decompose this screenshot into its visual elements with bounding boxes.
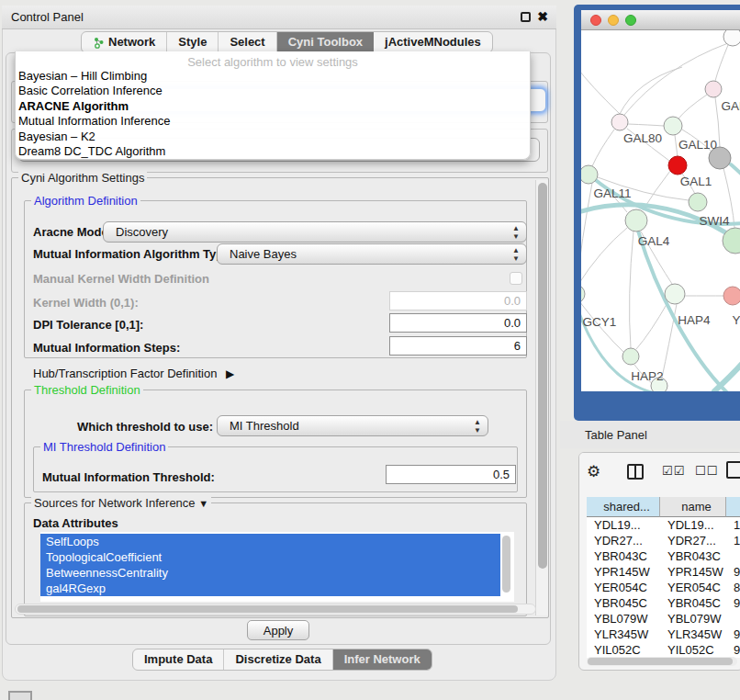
column-header[interactable]: shared... xyxy=(587,497,660,517)
node[interactable] xyxy=(622,348,639,365)
chevron-right-icon: ▶ xyxy=(226,367,234,380)
network-window-titlebar[interactable] xyxy=(581,10,740,30)
cell: YBL079W xyxy=(587,611,660,627)
minimized-panel-icon[interactable] xyxy=(8,691,32,700)
node-label: GAL1 xyxy=(680,175,712,188)
mi-steps-field[interactable]: 6 xyxy=(389,336,527,356)
new-table-icon[interactable] xyxy=(726,461,740,479)
network-canvas[interactable]: GAL GAL80 GAL10 GAL1 GAL11 SWI4 GAL4 GCY… xyxy=(581,30,740,391)
node[interactable] xyxy=(611,114,628,130)
table-row[interactable]: YPR145W YPR145W 9. xyxy=(587,564,740,580)
scrollbar-thumb[interactable] xyxy=(538,183,547,569)
scrollbar-thumb[interactable] xyxy=(502,536,510,593)
cell: YLR345W xyxy=(587,627,660,642)
popup-item[interactable]: Dream8 DC_TDC Algorithm xyxy=(16,144,530,159)
mac-zoom-icon[interactable] xyxy=(625,15,636,26)
cyni-bottom-tabs: Impute Data Discretize Data Infer Networ… xyxy=(132,649,432,671)
node[interactable] xyxy=(581,285,585,303)
deselect-all-checkboxes-icon[interactable]: ☐☐ xyxy=(695,464,718,478)
table-header-row: shared... name A xyxy=(587,497,740,517)
popup-item[interactable]: Bayesian – Hill Climbing xyxy=(16,69,530,84)
popup-item-selected[interactable]: ARACNE Algorithm xyxy=(16,99,530,114)
cell: YBR043C xyxy=(587,548,660,564)
kernel-width-field[interactable]: 0.0 xyxy=(389,291,527,310)
node[interactable] xyxy=(665,284,685,304)
node-label: GAL xyxy=(721,99,740,113)
dpi-tolerance-field[interactable]: 0.0 xyxy=(389,313,527,333)
popup-item[interactable]: Basic Correlation Inference xyxy=(16,84,530,98)
tab-jactivemnodules[interactable]: jActiveMNodules xyxy=(374,32,492,52)
attribute-item-selected[interactable]: BetweennessCentrality xyxy=(40,565,500,581)
popup-item[interactable]: Bayesian – K2 xyxy=(16,130,530,144)
mi-type-combobox[interactable]: Naive Bayes ▲▼ xyxy=(217,243,527,265)
screen: Control Panel ✖ Network Style Select Cyn… xyxy=(0,0,740,700)
cell: YDL19... xyxy=(660,517,726,533)
mi-threshold-title: MI Threshold Definition xyxy=(40,440,168,454)
table-row[interactable]: YBL079W YBL079W xyxy=(587,611,740,627)
node-selected-red[interactable] xyxy=(668,156,687,175)
table-row[interactable]: YLR345W YLR345W 9. xyxy=(587,627,740,642)
manual-kernel-checkbox[interactable] xyxy=(510,272,522,285)
table-row[interactable]: YDR27... YDR27... 12 xyxy=(587,533,740,548)
mi-type-label: Mutual Information Algorithm Type: xyxy=(33,247,234,261)
settings-horizontal-scrollbar[interactable] xyxy=(15,604,536,615)
tab-impute-data[interactable]: Impute Data xyxy=(133,649,224,670)
which-threshold-combobox[interactable]: MI Threshold ▲▼ xyxy=(217,415,488,436)
tab-cyni-toolbox[interactable]: Cyni Toolbox xyxy=(277,32,374,52)
combo-value: Discovery xyxy=(116,225,168,239)
manual-kernel-label: Manual Kernel Width Definition xyxy=(33,272,209,286)
tab-label: Select xyxy=(230,32,264,52)
float-window-icon[interactable] xyxy=(521,12,531,22)
popup-item[interactable]: Mutual Information Inference xyxy=(16,114,530,129)
node-label: SWI4 xyxy=(699,214,729,228)
close-icon[interactable]: ✖ xyxy=(537,9,548,24)
scrollbar-thumb[interactable] xyxy=(588,658,733,665)
table-row[interactable]: YER054C YER054C 8. xyxy=(587,580,740,595)
attributes-scrollbar[interactable] xyxy=(501,534,511,600)
node[interactable] xyxy=(581,165,598,184)
table-horizontal-scrollbar[interactable] xyxy=(587,657,737,666)
tab-style[interactable]: Style xyxy=(167,32,219,52)
split-columns-icon[interactable] xyxy=(627,464,644,480)
tab-label: Infer Network xyxy=(344,649,420,670)
attribute-item-selected[interactable]: SelfLoops xyxy=(40,534,500,549)
node[interactable] xyxy=(723,30,740,46)
settings-vertical-scrollbar[interactable] xyxy=(535,180,548,615)
tab-label: Impute Data xyxy=(144,649,212,670)
scrollbar-thumb[interactable] xyxy=(17,605,518,613)
tab-select[interactable]: Select xyxy=(219,32,276,52)
cell: 9. xyxy=(726,627,740,642)
attribute-item-selected[interactable]: gal4RGexp xyxy=(40,581,500,596)
tab-label: Cyni Toolbox xyxy=(288,32,363,52)
stepper-icon: ▲▼ xyxy=(512,246,520,263)
node[interactable] xyxy=(625,209,647,231)
gear-icon[interactable]: ⚙ xyxy=(587,462,600,481)
table-row[interactable]: YDL19... YDL19... 13 xyxy=(587,517,740,533)
mac-close-icon[interactable] xyxy=(590,15,601,26)
tab-network[interactable]: Network xyxy=(82,32,167,52)
mac-minimize-icon[interactable] xyxy=(608,15,619,26)
tab-label: Style xyxy=(178,32,207,52)
node[interactable] xyxy=(664,117,682,135)
node[interactable] xyxy=(689,193,707,211)
mi-threshold-field[interactable]: 0.5 xyxy=(386,465,516,484)
sources-title[interactable]: Sources for Network Inference ▼ xyxy=(31,496,211,510)
cell: YBR043C xyxy=(660,548,726,564)
column-header[interactable]: name xyxy=(660,497,726,517)
table-row[interactable]: YBR045C YBR045C 9. xyxy=(587,595,740,611)
apply-button[interactable]: Apply xyxy=(247,620,309,640)
attribute-item-selected[interactable]: TopologicalCoefficient xyxy=(40,549,500,565)
cell: 8. xyxy=(726,580,740,595)
node[interactable] xyxy=(723,287,740,305)
select-all-checkboxes-icon[interactable]: ☑☑ xyxy=(662,464,685,478)
table-row[interactable]: YBR043C YBR043C xyxy=(587,548,740,564)
tab-discretize-data[interactable]: Discretize Data xyxy=(224,649,332,670)
data-attributes-list[interactable]: SelfLoops TopologicalCoefficient Between… xyxy=(40,532,514,602)
tab-infer-network[interactable]: Infer Network xyxy=(333,649,432,670)
column-header[interactable]: A xyxy=(726,497,740,517)
table-row[interactable]: YIL052C YIL052C 9. xyxy=(587,642,740,658)
aracne-mode-combobox[interactable]: Discovery ▲▼ xyxy=(103,221,527,243)
cell: YIL052C xyxy=(660,642,726,658)
hub-definition-toggle[interactable]: Hub/Transcription Factor Definition ▶ xyxy=(33,367,234,380)
node[interactable] xyxy=(705,81,722,97)
